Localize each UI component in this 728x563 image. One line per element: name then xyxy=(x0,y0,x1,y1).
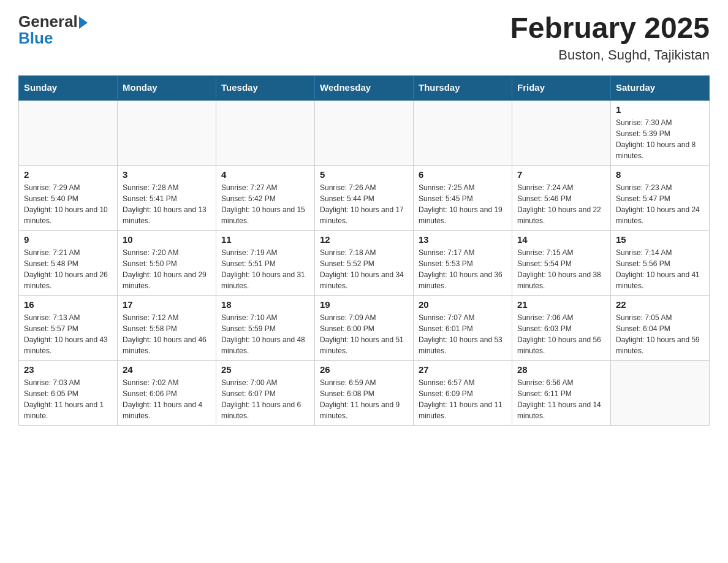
day-number: 26 xyxy=(320,364,408,375)
week-row-3: 9Sunrise: 7:21 AMSunset: 5:48 PMDaylight… xyxy=(19,230,710,295)
day-number: 16 xyxy=(24,299,112,310)
day-info: Sunrise: 7:13 AMSunset: 5:57 PMDaylight:… xyxy=(24,312,112,356)
day-info: Sunrise: 7:07 AMSunset: 6:01 PMDaylight:… xyxy=(419,312,507,356)
day-number: 11 xyxy=(221,234,309,245)
calendar-subtitle: Buston, Sughd, Tajikistan xyxy=(510,47,710,63)
page-header: General Blue February 2025 Buston, Sughd… xyxy=(18,12,710,63)
day-cell: 26Sunrise: 6:59 AMSunset: 6:08 PMDayligh… xyxy=(315,360,414,425)
day-info: Sunrise: 7:19 AMSunset: 5:51 PMDaylight:… xyxy=(221,247,309,291)
day-number: 10 xyxy=(123,234,211,245)
day-info: Sunrise: 6:57 AMSunset: 6:09 PMDaylight:… xyxy=(419,377,507,421)
day-info: Sunrise: 7:26 AMSunset: 5:44 PMDaylight:… xyxy=(320,182,408,226)
day-number: 28 xyxy=(517,364,605,375)
day-cell: 19Sunrise: 7:09 AMSunset: 6:00 PMDayligh… xyxy=(315,295,414,360)
header-cell-saturday: Saturday xyxy=(611,75,710,99)
header-cell-tuesday: Tuesday xyxy=(216,75,315,99)
day-cell: 12Sunrise: 7:18 AMSunset: 5:52 PMDayligh… xyxy=(315,230,414,295)
day-number: 5 xyxy=(320,169,408,180)
day-info: Sunrise: 7:28 AMSunset: 5:41 PMDaylight:… xyxy=(123,182,211,226)
header-cell-sunday: Sunday xyxy=(19,75,118,99)
day-cell: 8Sunrise: 7:23 AMSunset: 5:47 PMDaylight… xyxy=(611,165,710,230)
week-row-1: 1Sunrise: 7:30 AMSunset: 5:39 PMDaylight… xyxy=(19,99,710,165)
calendar-header: SundayMondayTuesdayWednesdayThursdayFrid… xyxy=(19,75,710,99)
day-cell: 9Sunrise: 7:21 AMSunset: 5:48 PMDaylight… xyxy=(19,230,118,295)
day-info: Sunrise: 6:59 AMSunset: 6:08 PMDaylight:… xyxy=(320,377,408,421)
day-cell: 3Sunrise: 7:28 AMSunset: 5:41 PMDaylight… xyxy=(118,165,216,230)
day-number: 22 xyxy=(616,299,704,310)
day-number: 13 xyxy=(419,234,507,245)
logo-arrow-icon xyxy=(79,17,88,29)
day-info: Sunrise: 7:02 AMSunset: 6:06 PMDaylight:… xyxy=(123,377,211,421)
day-cell xyxy=(216,99,315,165)
day-number: 17 xyxy=(123,299,211,310)
logo-blue-text: Blue xyxy=(18,29,53,48)
day-cell: 24Sunrise: 7:02 AMSunset: 6:06 PMDayligh… xyxy=(118,360,216,425)
day-cell: 16Sunrise: 7:13 AMSunset: 5:57 PMDayligh… xyxy=(19,295,118,360)
day-cell: 27Sunrise: 6:57 AMSunset: 6:09 PMDayligh… xyxy=(414,360,512,425)
calendar-body: 1Sunrise: 7:30 AMSunset: 5:39 PMDaylight… xyxy=(19,99,710,425)
logo: General Blue xyxy=(18,12,88,48)
day-info: Sunrise: 7:12 AMSunset: 5:58 PMDaylight:… xyxy=(123,312,211,356)
day-number: 19 xyxy=(320,299,408,310)
header-cell-monday: Monday xyxy=(118,75,216,99)
day-number: 18 xyxy=(221,299,309,310)
day-number: 14 xyxy=(517,234,605,245)
day-number: 23 xyxy=(24,364,112,375)
day-cell: 4Sunrise: 7:27 AMSunset: 5:42 PMDaylight… xyxy=(216,165,315,230)
day-info: Sunrise: 7:23 AMSunset: 5:47 PMDaylight:… xyxy=(616,182,704,226)
week-row-5: 23Sunrise: 7:03 AMSunset: 6:05 PMDayligh… xyxy=(19,360,710,425)
day-info: Sunrise: 7:20 AMSunset: 5:50 PMDaylight:… xyxy=(123,247,211,291)
day-cell xyxy=(611,360,710,425)
day-info: Sunrise: 7:25 AMSunset: 5:45 PMDaylight:… xyxy=(419,182,507,226)
day-number: 24 xyxy=(123,364,211,375)
title-block: February 2025 Buston, Sughd, Tajikistan xyxy=(510,12,710,63)
week-row-4: 16Sunrise: 7:13 AMSunset: 5:57 PMDayligh… xyxy=(19,295,710,360)
day-cell: 17Sunrise: 7:12 AMSunset: 5:58 PMDayligh… xyxy=(118,295,216,360)
day-cell: 22Sunrise: 7:05 AMSunset: 6:04 PMDayligh… xyxy=(611,295,710,360)
day-cell: 28Sunrise: 6:56 AMSunset: 6:11 PMDayligh… xyxy=(512,360,611,425)
day-cell: 18Sunrise: 7:10 AMSunset: 5:59 PMDayligh… xyxy=(216,295,315,360)
day-info: Sunrise: 7:06 AMSunset: 6:03 PMDaylight:… xyxy=(517,312,605,356)
calendar-table: SundayMondayTuesdayWednesdayThursdayFrid… xyxy=(18,75,710,426)
day-number: 25 xyxy=(221,364,309,375)
day-number: 1 xyxy=(616,104,704,115)
day-cell: 25Sunrise: 7:00 AMSunset: 6:07 PMDayligh… xyxy=(216,360,315,425)
week-row-2: 2Sunrise: 7:29 AMSunset: 5:40 PMDaylight… xyxy=(19,165,710,230)
day-cell xyxy=(19,99,118,165)
day-cell: 23Sunrise: 7:03 AMSunset: 6:05 PMDayligh… xyxy=(19,360,118,425)
day-cell: 7Sunrise: 7:24 AMSunset: 5:46 PMDaylight… xyxy=(512,165,611,230)
day-info: Sunrise: 6:56 AMSunset: 6:11 PMDaylight:… xyxy=(517,377,605,421)
day-cell: 13Sunrise: 7:17 AMSunset: 5:53 PMDayligh… xyxy=(414,230,512,295)
calendar-title: February 2025 xyxy=(510,12,710,45)
day-info: Sunrise: 7:17 AMSunset: 5:53 PMDaylight:… xyxy=(419,247,507,291)
day-number: 20 xyxy=(419,299,507,310)
day-cell xyxy=(315,99,414,165)
day-number: 9 xyxy=(24,234,112,245)
day-number: 2 xyxy=(24,169,112,180)
header-cell-thursday: Thursday xyxy=(414,75,512,99)
day-cell: 1Sunrise: 7:30 AMSunset: 5:39 PMDaylight… xyxy=(611,99,710,165)
day-cell: 11Sunrise: 7:19 AMSunset: 5:51 PMDayligh… xyxy=(216,230,315,295)
day-cell: 15Sunrise: 7:14 AMSunset: 5:56 PMDayligh… xyxy=(611,230,710,295)
day-info: Sunrise: 7:18 AMSunset: 5:52 PMDaylight:… xyxy=(320,247,408,291)
day-info: Sunrise: 7:15 AMSunset: 5:54 PMDaylight:… xyxy=(517,247,605,291)
day-number: 27 xyxy=(419,364,507,375)
day-cell: 6Sunrise: 7:25 AMSunset: 5:45 PMDaylight… xyxy=(414,165,512,230)
header-cell-wednesday: Wednesday xyxy=(315,75,414,99)
day-number: 8 xyxy=(616,169,704,180)
header-cell-friday: Friday xyxy=(512,75,611,99)
day-info: Sunrise: 7:24 AMSunset: 5:46 PMDaylight:… xyxy=(517,182,605,226)
day-info: Sunrise: 7:03 AMSunset: 6:05 PMDaylight:… xyxy=(24,377,112,421)
day-cell: 21Sunrise: 7:06 AMSunset: 6:03 PMDayligh… xyxy=(512,295,611,360)
day-info: Sunrise: 7:10 AMSunset: 5:59 PMDaylight:… xyxy=(221,312,309,356)
day-info: Sunrise: 7:14 AMSunset: 5:56 PMDaylight:… xyxy=(616,247,704,291)
day-number: 4 xyxy=(221,169,309,180)
day-info: Sunrise: 7:30 AMSunset: 5:39 PMDaylight:… xyxy=(616,117,704,161)
day-number: 3 xyxy=(123,169,211,180)
day-info: Sunrise: 7:21 AMSunset: 5:48 PMDaylight:… xyxy=(24,247,112,291)
day-number: 21 xyxy=(517,299,605,310)
day-cell: 10Sunrise: 7:20 AMSunset: 5:50 PMDayligh… xyxy=(118,230,216,295)
day-info: Sunrise: 7:29 AMSunset: 5:40 PMDaylight:… xyxy=(24,182,112,226)
day-info: Sunrise: 7:05 AMSunset: 6:04 PMDaylight:… xyxy=(616,312,704,356)
day-cell xyxy=(414,99,512,165)
